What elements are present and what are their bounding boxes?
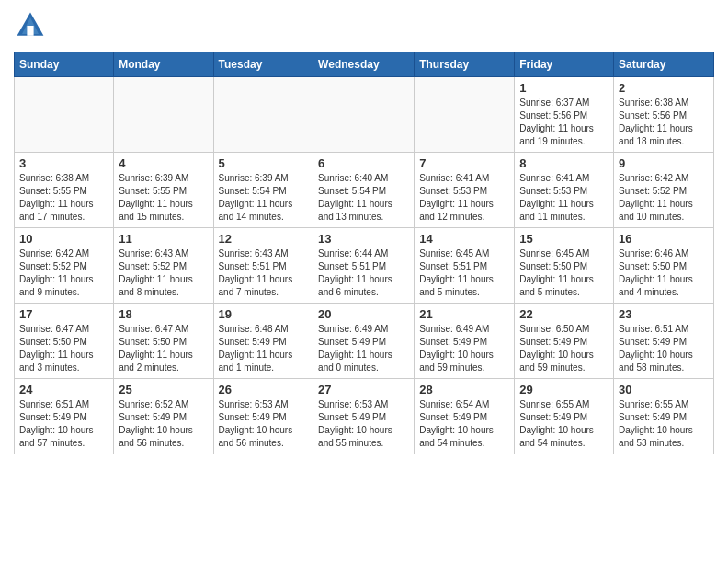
day-detail: Sunrise: 6:38 AM Sunset: 5:56 PM Dayligh… <box>619 97 709 148</box>
day-detail: Sunrise: 6:44 AM Sunset: 5:51 PM Dayligh… <box>318 247 409 299</box>
calendar-header-thursday: Thursday <box>415 52 515 77</box>
day-detail: Sunrise: 6:49 AM Sunset: 5:49 PM Dayligh… <box>318 323 409 374</box>
calendar-cell: 6Sunrise: 6:40 AM Sunset: 5:54 PM Daylig… <box>313 153 415 228</box>
calendar-header-monday: Monday <box>114 52 213 77</box>
day-detail: Sunrise: 6:38 AM Sunset: 5:55 PM Dayligh… <box>19 172 108 224</box>
calendar-cell <box>15 77 114 153</box>
day-number: 12 <box>219 232 309 246</box>
calendar-cell <box>114 77 213 153</box>
day-detail: Sunrise: 6:40 AM Sunset: 5:54 PM Dayligh… <box>318 172 409 224</box>
day-number: 25 <box>119 383 208 396</box>
day-detail: Sunrise: 6:52 AM Sunset: 5:49 PM Dayligh… <box>119 398 208 450</box>
day-number: 9 <box>619 156 709 170</box>
calendar-cell <box>213 77 313 153</box>
day-detail: Sunrise: 6:42 AM Sunset: 5:52 PM Dayligh… <box>619 172 709 224</box>
calendar-cell: 16Sunrise: 6:46 AM Sunset: 5:50 PM Dayli… <box>614 228 714 304</box>
calendar-cell: 3Sunrise: 6:38 AM Sunset: 5:55 PM Daylig… <box>15 153 114 228</box>
day-detail: Sunrise: 6:54 AM Sunset: 5:49 PM Dayligh… <box>419 398 509 450</box>
calendar-header-tuesday: Tuesday <box>213 52 313 77</box>
day-detail: Sunrise: 6:47 AM Sunset: 5:50 PM Dayligh… <box>19 323 108 374</box>
logo <box>14 9 51 42</box>
calendar-header-row: SundayMondayTuesdayWednesdayThursdayFrid… <box>15 52 714 77</box>
day-number: 24 <box>19 383 108 396</box>
day-number: 18 <box>119 307 208 321</box>
header <box>14 9 714 42</box>
calendar-cell: 28Sunrise: 6:54 AM Sunset: 5:49 PM Dayli… <box>415 379 515 454</box>
calendar-week-row: 1Sunrise: 6:37 AM Sunset: 5:56 PM Daylig… <box>15 77 714 153</box>
calendar-cell: 1Sunrise: 6:37 AM Sunset: 5:56 PM Daylig… <box>515 77 614 153</box>
day-detail: Sunrise: 6:42 AM Sunset: 5:52 PM Dayligh… <box>19 247 108 299</box>
day-number: 21 <box>419 307 509 321</box>
day-detail: Sunrise: 6:51 AM Sunset: 5:49 PM Dayligh… <box>19 398 108 450</box>
day-detail: Sunrise: 6:49 AM Sunset: 5:49 PM Dayligh… <box>419 323 509 374</box>
day-number: 2 <box>619 81 709 95</box>
day-number: 15 <box>519 232 609 246</box>
calendar-cell: 26Sunrise: 6:53 AM Sunset: 5:49 PM Dayli… <box>213 379 313 454</box>
day-detail: Sunrise: 6:39 AM Sunset: 5:54 PM Dayligh… <box>219 172 309 224</box>
day-number: 11 <box>119 232 208 246</box>
day-number: 27 <box>318 383 409 396</box>
calendar-cell: 14Sunrise: 6:45 AM Sunset: 5:51 PM Dayli… <box>415 228 515 304</box>
calendar-cell: 25Sunrise: 6:52 AM Sunset: 5:49 PM Dayli… <box>114 379 213 454</box>
page: SundayMondayTuesdayWednesdayThursdayFrid… <box>0 0 728 464</box>
calendar-cell: 19Sunrise: 6:48 AM Sunset: 5:49 PM Dayli… <box>213 304 313 379</box>
day-detail: Sunrise: 6:43 AM Sunset: 5:52 PM Dayligh… <box>119 247 208 299</box>
calendar-cell: 20Sunrise: 6:49 AM Sunset: 5:49 PM Dayli… <box>313 304 415 379</box>
calendar-cell: 15Sunrise: 6:45 AM Sunset: 5:50 PM Dayli… <box>515 228 614 304</box>
day-detail: Sunrise: 6:53 AM Sunset: 5:49 PM Dayligh… <box>318 398 409 450</box>
calendar-cell: 30Sunrise: 6:55 AM Sunset: 5:49 PM Dayli… <box>614 379 714 454</box>
calendar-cell: 23Sunrise: 6:51 AM Sunset: 5:49 PM Dayli… <box>614 304 714 379</box>
calendar-week-row: 17Sunrise: 6:47 AM Sunset: 5:50 PM Dayli… <box>15 304 714 379</box>
day-detail: Sunrise: 6:37 AM Sunset: 5:56 PM Dayligh… <box>519 97 609 148</box>
calendar-header-wednesday: Wednesday <box>313 52 415 77</box>
calendar-week-row: 3Sunrise: 6:38 AM Sunset: 5:55 PM Daylig… <box>15 153 714 228</box>
calendar-cell: 22Sunrise: 6:50 AM Sunset: 5:49 PM Dayli… <box>515 304 614 379</box>
day-detail: Sunrise: 6:55 AM Sunset: 5:49 PM Dayligh… <box>619 398 709 450</box>
day-detail: Sunrise: 6:41 AM Sunset: 5:53 PM Dayligh… <box>519 172 609 224</box>
day-number: 14 <box>419 232 509 246</box>
day-number: 30 <box>619 383 709 396</box>
calendar: SundayMondayTuesdayWednesdayThursdayFrid… <box>14 52 714 454</box>
day-number: 23 <box>619 307 709 321</box>
calendar-cell: 24Sunrise: 6:51 AM Sunset: 5:49 PM Dayli… <box>15 379 114 454</box>
day-detail: Sunrise: 6:45 AM Sunset: 5:50 PM Dayligh… <box>519 247 609 299</box>
day-number: 7 <box>419 156 509 170</box>
day-detail: Sunrise: 6:48 AM Sunset: 5:49 PM Dayligh… <box>219 323 309 374</box>
day-number: 6 <box>318 156 409 170</box>
day-detail: Sunrise: 6:51 AM Sunset: 5:49 PM Dayligh… <box>619 323 709 374</box>
day-number: 20 <box>318 307 409 321</box>
day-number: 29 <box>519 383 609 396</box>
day-detail: Sunrise: 6:45 AM Sunset: 5:51 PM Dayligh… <box>419 247 509 299</box>
day-number: 19 <box>219 307 309 321</box>
calendar-cell: 10Sunrise: 6:42 AM Sunset: 5:52 PM Dayli… <box>15 228 114 304</box>
calendar-cell: 29Sunrise: 6:55 AM Sunset: 5:49 PM Dayli… <box>515 379 614 454</box>
calendar-cell: 11Sunrise: 6:43 AM Sunset: 5:52 PM Dayli… <box>114 228 213 304</box>
day-number: 8 <box>519 156 609 170</box>
calendar-cell: 21Sunrise: 6:49 AM Sunset: 5:49 PM Dayli… <box>415 304 515 379</box>
day-number: 5 <box>219 156 309 170</box>
svg-rect-2 <box>27 26 33 36</box>
day-number: 4 <box>119 156 208 170</box>
day-detail: Sunrise: 6:46 AM Sunset: 5:50 PM Dayligh… <box>619 247 709 299</box>
calendar-cell: 17Sunrise: 6:47 AM Sunset: 5:50 PM Dayli… <box>15 304 114 379</box>
day-detail: Sunrise: 6:50 AM Sunset: 5:49 PM Dayligh… <box>519 323 609 374</box>
calendar-week-row: 24Sunrise: 6:51 AM Sunset: 5:49 PM Dayli… <box>15 379 714 454</box>
calendar-cell: 12Sunrise: 6:43 AM Sunset: 5:51 PM Dayli… <box>213 228 313 304</box>
day-number: 1 <box>519 81 609 95</box>
day-number: 3 <box>19 156 108 170</box>
calendar-cell: 5Sunrise: 6:39 AM Sunset: 5:54 PM Daylig… <box>213 153 313 228</box>
day-detail: Sunrise: 6:55 AM Sunset: 5:49 PM Dayligh… <box>519 398 609 450</box>
day-number: 22 <box>519 307 609 321</box>
day-detail: Sunrise: 6:53 AM Sunset: 5:49 PM Dayligh… <box>219 398 309 450</box>
day-number: 26 <box>219 383 309 396</box>
day-number: 10 <box>19 232 108 246</box>
day-number: 13 <box>318 232 409 246</box>
day-detail: Sunrise: 6:41 AM Sunset: 5:53 PM Dayligh… <box>419 172 509 224</box>
day-number: 16 <box>619 232 709 246</box>
logo-icon <box>14 9 47 42</box>
calendar-cell: 8Sunrise: 6:41 AM Sunset: 5:53 PM Daylig… <box>515 153 614 228</box>
calendar-week-row: 10Sunrise: 6:42 AM Sunset: 5:52 PM Dayli… <box>15 228 714 304</box>
calendar-cell: 7Sunrise: 6:41 AM Sunset: 5:53 PM Daylig… <box>415 153 515 228</box>
day-detail: Sunrise: 6:47 AM Sunset: 5:50 PM Dayligh… <box>119 323 208 374</box>
calendar-header-friday: Friday <box>515 52 614 77</box>
